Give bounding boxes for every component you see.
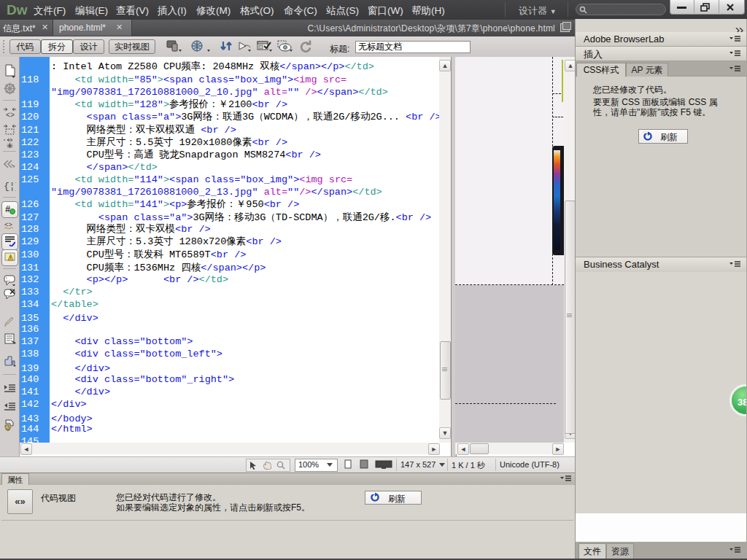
svg-text:<>: <>: [6, 112, 15, 118]
svg-text:!: !: [9, 255, 11, 260]
svg-text:{¦}: {¦}: [4, 181, 16, 192]
svg-text:¦..: ¦..: [6, 276, 10, 282]
svg-text:<>: <>: [5, 427, 11, 432]
svg-text:#: #: [5, 205, 10, 214]
